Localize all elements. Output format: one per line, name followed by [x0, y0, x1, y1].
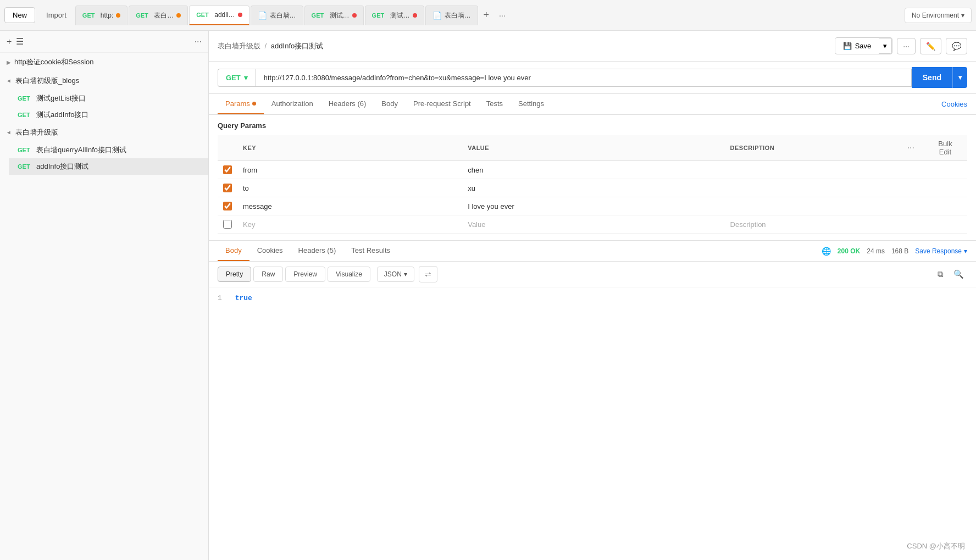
new-button[interactable]: New — [4, 7, 35, 23]
empty-value[interactable]: Value — [462, 215, 724, 234]
req-tab-settings-label: Settings — [518, 99, 544, 108]
row-3-value[interactable]: I love you ever — [462, 197, 724, 215]
empty-desc[interactable]: Description — [725, 215, 899, 234]
wrap-icon-button[interactable]: ⇌ — [419, 266, 437, 282]
sidebar-item-add-info-1[interactable]: GET 测试addInfo接口 — [9, 107, 208, 123]
row-3-bulk — [923, 197, 967, 215]
sidebar-item-label-add-info-1: 测试addInfo接口 — [36, 110, 88, 120]
url-input[interactable] — [256, 69, 912, 87]
resp-body-line-1: 1 true — [218, 294, 967, 302]
empty-checkbox[interactable] — [223, 220, 232, 229]
resp-tab-test-results[interactable]: Test Results — [343, 241, 398, 261]
tab-item-5[interactable]: GET 测试… — [304, 5, 364, 25]
row-3-key[interactable]: message — [237, 197, 462, 215]
cookies-button[interactable]: Cookies — [941, 95, 967, 114]
tab-method-3: GET — [196, 12, 212, 18]
row-1-check — [218, 161, 237, 179]
resp-actions-right: ⧉ 🔍 — [934, 267, 967, 281]
row-1-desc[interactable] — [725, 161, 899, 179]
req-tab-body[interactable]: Body — [374, 94, 406, 114]
row-2-checkbox[interactable] — [223, 184, 232, 192]
format-preview-button[interactable]: Preview — [285, 267, 325, 282]
import-button[interactable]: Import — [38, 8, 74, 23]
resp-body-value: true — [235, 294, 252, 302]
row-3-desc[interactable] — [725, 197, 899, 215]
sidebar-item-get-list[interactable]: GET 测试getList接口 — [9, 90, 208, 107]
method-badge-get-4: GET — [18, 163, 33, 170]
send-dropdown-button[interactable]: ▾ — [952, 67, 967, 88]
sidebar-group-label-3: 表白墙升级版 — [15, 127, 58, 137]
new-tab-button[interactable]: + — [479, 7, 494, 23]
tab-item-2[interactable]: GET 表白… — [129, 5, 188, 25]
row-2-value[interactable]: xu — [462, 179, 724, 197]
env-selector[interactable]: No Environment ▾ — [905, 8, 972, 23]
tab-item-4[interactable]: 📄 表白墙… — [251, 5, 303, 25]
empty-bulk — [923, 215, 967, 234]
req-tab-pre-request[interactable]: Pre-request Script — [406, 94, 479, 114]
content-area: 表白墙升级版 / addInfo接口测试 💾 Save ▾ ··· ✏️ 💬 — [209, 31, 976, 560]
format-visualize-button[interactable]: Visualize — [328, 267, 370, 282]
sidebar-filter-button[interactable]: ☰ — [16, 36, 24, 47]
resp-tab-body[interactable]: Body — [218, 241, 249, 261]
sidebar-add-button[interactable]: + — [7, 37, 12, 47]
req-tab-settings[interactable]: Settings — [511, 94, 552, 114]
copy-icon-button[interactable]: ⧉ — [934, 267, 947, 281]
save-dropdown-button[interactable]: ▾ — [879, 38, 892, 54]
row-1-key[interactable]: from — [237, 161, 462, 179]
tab-method-5: GET — [312, 12, 327, 19]
req-tab-tests[interactable]: Tests — [479, 94, 511, 114]
format-raw-button[interactable]: Raw — [253, 267, 283, 282]
tab-label-4: 表白墙… — [270, 11, 296, 20]
row-2-desc[interactable] — [725, 179, 899, 197]
sidebar-item-label-add-info-2: addInfo接口测试 — [36, 162, 88, 171]
params-dot — [252, 102, 256, 106]
sidebar-item-add-info-2[interactable]: GET addInfo接口测试 — [9, 158, 208, 175]
resp-tab-body-label: Body — [225, 246, 242, 254]
req-tab-headers[interactable]: Headers (6) — [321, 94, 374, 114]
method-chevron-icon: ▾ — [244, 74, 248, 82]
tab-bar-left: New Import — [4, 7, 74, 23]
tab-dot-6 — [413, 13, 417, 18]
resp-tab-cookies-label: Cookies — [257, 246, 283, 254]
json-selector[interactable]: JSON ▾ — [377, 267, 414, 282]
table-more-button[interactable]: ··· — [904, 142, 918, 154]
sidebar-more-button[interactable]: ··· — [195, 37, 202, 47]
method-select[interactable]: GET ▾ — [218, 69, 256, 87]
header-actions: 💾 Save ▾ ··· ✏️ 💬 — [835, 37, 967, 54]
req-tab-params[interactable]: Params — [218, 94, 264, 114]
req-tab-authorization[interactable]: Authorization — [264, 94, 321, 114]
resp-tab-headers[interactable]: Headers (5) — [291, 241, 344, 261]
sidebar-group-2: ▼ 表白墙初级版_blogs GET 测试getList接口 GET 测试add… — [0, 71, 208, 123]
comment-icon-button[interactable]: 💬 — [946, 38, 967, 54]
sidebar-item-query-all[interactable]: GET 表白墙querryAllInfo接口测试 — [9, 142, 208, 158]
tab-item-3[interactable]: GET addli… — [189, 5, 249, 25]
env-label: No Environment — [912, 12, 959, 19]
empty-key[interactable]: Key — [237, 215, 462, 234]
sidebar-group-header-2[interactable]: ▼ 表白墙初级版_blogs — [0, 71, 208, 90]
bulk-edit-button[interactable]: Bulk Edit — [929, 138, 962, 157]
sidebar-group-header-3[interactable]: ▼ 表白墙升级版 — [0, 123, 208, 142]
req-tab-body-label: Body — [381, 99, 398, 108]
tabs-more-button[interactable]: ··· — [495, 9, 510, 22]
row-2-key[interactable]: to — [237, 179, 462, 197]
search-icon-button[interactable]: 🔍 — [950, 267, 967, 281]
tab-dot-1 — [116, 13, 120, 18]
sidebar-group-label-2: 表白墙初级版_blogs — [15, 76, 79, 86]
save-icon: 💾 — [843, 42, 852, 50]
save-response-button[interactable]: Save Response ▾ — [915, 247, 967, 255]
tab-item-1[interactable]: GET http: — [75, 5, 127, 25]
tab-item-7[interactable]: 📄 表白墙… — [425, 5, 478, 25]
edit-icon-button[interactable]: ✏️ — [920, 38, 941, 54]
resp-tab-cookies[interactable]: Cookies — [249, 241, 291, 261]
sidebar-group-header-1[interactable]: ▶ http验证cookie和Session — [0, 53, 208, 71]
format-pretty-button[interactable]: Pretty — [218, 267, 251, 282]
sidebar: + ☰ ··· ▶ http验证cookie和Session ▼ 表白墙初级版_… — [0, 31, 209, 560]
save-button[interactable]: 💾 Save — [835, 38, 879, 53]
row-1-checkbox[interactable] — [223, 165, 232, 174]
row-1-value[interactable]: chen — [462, 161, 724, 179]
method-label: GET — [226, 74, 241, 82]
header-more-button[interactable]: ··· — [897, 38, 916, 54]
send-button[interactable]: Send — [912, 67, 952, 88]
tab-item-6[interactable]: GET 测试… — [365, 5, 424, 25]
row-3-checkbox[interactable] — [223, 202, 232, 210]
